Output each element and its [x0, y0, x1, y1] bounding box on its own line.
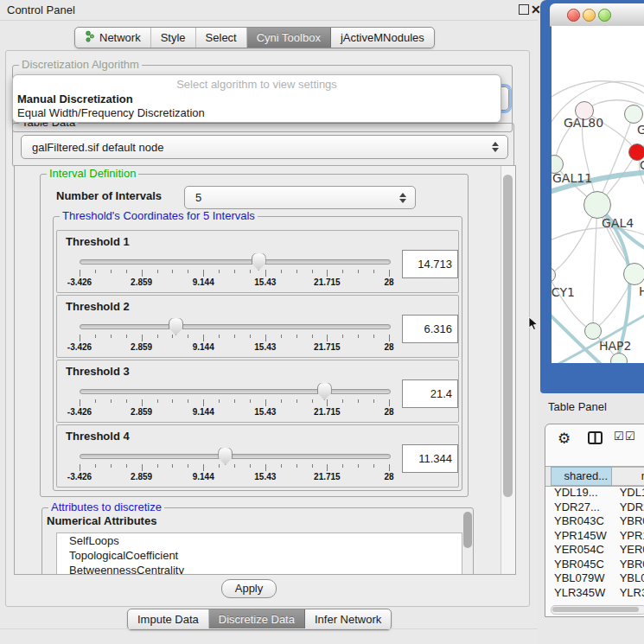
attributes-group-title: Attributes to discretize: [48, 501, 164, 514]
minimize-traffic-light-icon[interactable]: [583, 9, 596, 22]
divider: [0, 628, 538, 629]
apply-button[interactable]: Apply: [221, 579, 277, 598]
table-cell[interactable]: YBR0: [615, 558, 644, 572]
network-node[interactable]: [584, 322, 602, 340]
slider-tick-labels: -3.4262.8599.14415.4321.71528: [80, 407, 389, 418]
tab-style[interactable]: Style: [151, 28, 196, 48]
dropdown-placeholder-option[interactable]: Select algorithm to view settings: [13, 75, 501, 92]
table-row[interactable]: YBR045C YBR0: [545, 558, 644, 572]
table-row[interactable]: YLR345W YLR3: [545, 586, 644, 597]
float-window-icon[interactable]: [519, 4, 529, 15]
network-node[interactable]: [583, 191, 611, 219]
table-cell[interactable]: YPR145W: [545, 529, 612, 544]
table-cell[interactable]: YLR3: [615, 586, 644, 597]
tab-discretize-data[interactable]: Discretize Data: [209, 609, 305, 629]
table-panel-body: ⚙ ☑ ☑ shared... na YDL19... YDL1: [545, 424, 644, 617]
table-data-combobox[interactable]: galFiltered.sif default node: [21, 135, 508, 159]
table-cell[interactable]: YBL079W: [545, 571, 612, 586]
network-canvas[interactable]: GAL80GAGAL11CGAL4GCY1HHAP2: [552, 26, 644, 363]
dropdown-option-equal-width-frequency[interactable]: Equal Width/Frequency Discretization: [13, 106, 501, 120]
table-cell[interactable]: YDL1: [615, 486, 644, 501]
column-header-name[interactable]: na: [612, 467, 644, 486]
discretization-algorithm-group-title: Discretization Algorithm: [19, 58, 142, 72]
table-rows: YDL19... YDL1 YDR27... YDR2 YBR043C YBR0: [545, 486, 644, 596]
table-cell[interactable]: YBL0: [615, 571, 644, 586]
table-cell[interactable]: YPR1: [615, 529, 644, 544]
tab-infer-network[interactable]: Infer Network: [305, 609, 391, 629]
slider-thumb[interactable]: [218, 447, 233, 465]
network-node-label: GCY1: [552, 285, 575, 299]
attribute-list-item[interactable]: SelfLoops: [57, 533, 462, 548]
close-traffic-light-icon[interactable]: [567, 9, 580, 22]
slider-thumb[interactable]: [169, 317, 183, 335]
table-cell[interactable]: YBR043C: [545, 514, 612, 529]
slider-thumb[interactable]: [252, 252, 266, 271]
tab-jactivemnodules[interactable]: jActiveMNodules: [331, 28, 434, 48]
interval-definition-title: Interval Definition: [47, 167, 138, 181]
attributes-list-scrollbar[interactable]: [463, 510, 473, 558]
table-row[interactable]: YDL19... YDL1: [545, 486, 644, 501]
scrollbar-thumb[interactable]: [503, 175, 513, 497]
table-row[interactable]: YBL079W YBL0: [545, 571, 644, 586]
threshold-value-field[interactable]: 14.713: [402, 250, 458, 278]
checkbox-icon[interactable]: ☑: [625, 430, 635, 443]
tab-impute-data[interactable]: Impute Data: [128, 609, 209, 629]
network-node[interactable]: [623, 263, 644, 285]
table-horizontal-scrollbar[interactable]: [551, 605, 644, 615]
numerical-attributes-list[interactable]: SelfLoops TopologicalCoefficient Between…: [56, 532, 462, 575]
tab-cyni-toolbox[interactable]: Cyni Toolbox: [247, 28, 331, 48]
tab-network-label: Network: [99, 31, 141, 44]
table-cell[interactable]: YDL19...: [545, 486, 612, 501]
split-view-icon[interactable]: [588, 431, 603, 447]
zoom-traffic-light-icon[interactable]: [598, 9, 611, 22]
table-cell[interactable]: YER0: [615, 543, 644, 558]
control-panel-titlebar: Control Panel ✕: [0, 0, 538, 21]
table-cell[interactable]: YBR045C: [545, 558, 612, 572]
table-row[interactable]: YBR043C YBR0: [545, 514, 644, 529]
dropdown-option-manual-discretization[interactable]: Manual Discretization: [13, 92, 501, 106]
slider-thumb[interactable]: [317, 382, 332, 400]
threshold-value-field[interactable]: 6.316: [402, 315, 458, 343]
tab-select[interactable]: Select: [196, 28, 247, 48]
threshold-list: Threshold 1 -3.4262.8599.14415.4321.7152…: [56, 230, 459, 489]
table-cell[interactable]: YBR0: [615, 514, 644, 529]
threshold-slider[interactable]: -3.4262.8599.14415.4321.71528: [80, 360, 389, 422]
network-window-titlebar[interactable]: [550, 3, 644, 27]
table-cell[interactable]: YER054C: [545, 543, 612, 558]
table-cell[interactable]: YDR2: [615, 501, 644, 515]
column-header-shared-name[interactable]: shared...: [551, 467, 612, 486]
network-node[interactable]: [624, 105, 643, 124]
threshold-slider[interactable]: -3.4262.8599.14415.4321.71528: [80, 425, 389, 487]
close-icon[interactable]: ✕: [531, 4, 541, 15]
slider-track[interactable]: [80, 389, 391, 394]
attribute-list-item[interactable]: BetweennessCentrality: [57, 563, 462, 575]
slider-track[interactable]: [80, 454, 391, 459]
table-row[interactable]: YER054C YER0: [545, 543, 644, 558]
scrollbar-thumb[interactable]: [552, 607, 639, 612]
threshold-value-field[interactable]: 11.344: [402, 444, 458, 473]
settings-vertical-scrollbar[interactable]: [501, 166, 515, 574]
number-of-intervals-combobox[interactable]: 5: [184, 186, 416, 209]
settings-scrollpane: Interval Definition Number of Intervals …: [14, 165, 516, 575]
table-row[interactable]: YDR27... YDR2: [545, 501, 644, 515]
checkbox-icon[interactable]: ☑: [614, 430, 624, 443]
table-panel-title: Table Panel: [548, 400, 607, 413]
threshold-slider[interactable]: -3.4262.8599.14415.4321.71528: [80, 296, 389, 357]
table-row[interactable]: YPR145W YPR1: [545, 529, 644, 544]
slider-track[interactable]: [80, 259, 391, 265]
threshold-slider[interactable]: -3.4262.8599.14415.4321.71528: [80, 231, 389, 292]
attribute-list-item[interactable]: TopologicalCoefficient: [57, 548, 462, 563]
gear-icon[interactable]: ⚙: [558, 430, 571, 448]
threshold-block: Threshold 4 -3.4262.8599.14415.4321.7152…: [56, 424, 459, 488]
table-cell[interactable]: YDR27...: [545, 501, 612, 515]
table-data-selected-value: galFiltered.sif default node: [22, 141, 489, 154]
threshold-value-field[interactable]: 21.4: [402, 379, 458, 408]
thresholds-group-title: Threshold's Coordinates for 5 Intervals: [60, 209, 258, 223]
cyni-bottom-tabbar: Impute Data Discretize Data Infer Networ…: [127, 609, 392, 630]
tab-network[interactable]: Network: [75, 28, 151, 48]
table-cell[interactable]: YLR345W: [545, 586, 612, 597]
slider-track[interactable]: [80, 324, 391, 329]
number-of-intervals-value: 5: [185, 191, 397, 204]
cyni-toolbox-panel: Discretization Algorithm Select algorith…: [5, 50, 530, 607]
scrollbar-thumb[interactable]: [463, 512, 472, 548]
